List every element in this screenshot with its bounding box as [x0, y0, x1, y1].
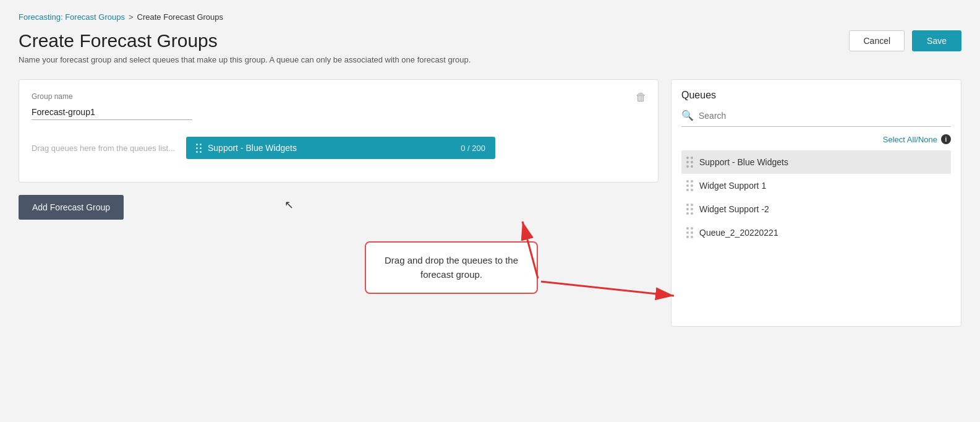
queue-chip[interactable]: Support - Blue Widgets 0 / 200: [186, 137, 495, 159]
queue-item-name: Widget Support -2: [699, 204, 769, 214]
queue-drop-area: Drag queues here from the queues list...…: [32, 132, 646, 163]
main-layout: 🗑 Group name Drag queues here from the q…: [19, 79, 961, 327]
info-icon[interactable]: i: [941, 134, 951, 144]
search-input[interactable]: [699, 111, 951, 121]
queue-list: Support - Blue WidgetsWidget Support 1Wi…: [681, 150, 951, 244]
drag-dots-icon: [686, 227, 693, 238]
queue-list-item[interactable]: Support - Blue Widgets: [681, 150, 951, 174]
queues-title: Queues: [681, 90, 951, 101]
save-button[interactable]: Save: [912, 30, 961, 51]
search-icon: 🔍: [681, 110, 694, 121]
add-forecast-group-button[interactable]: Add Forecast Group: [19, 195, 124, 220]
drag-handle-icon: [196, 144, 202, 153]
breadcrumb-separator: >: [129, 12, 134, 22]
right-panel: Queues 🔍 Select All/None i Support - Blu…: [671, 79, 961, 327]
drop-placeholder: Drag queues here from the queues list...: [32, 144, 175, 153]
drag-dots-icon: [686, 157, 693, 168]
page-subtitle: Name your forecast group and select queu…: [19, 55, 961, 64]
group-name-input[interactable]: [32, 105, 192, 120]
breadcrumb-link[interactable]: Forecasting: Forecast Groups: [19, 12, 125, 22]
queue-chip-label: Support - Blue Widgets: [208, 143, 297, 153]
header-buttons: Cancel Save: [849, 30, 961, 51]
drag-dots-icon: [686, 204, 693, 215]
page-title: Create Forecast Groups: [19, 30, 218, 51]
group-name-label: Group name: [32, 92, 646, 101]
queue-chip-count: 0 / 200: [461, 144, 485, 153]
select-all-row: Select All/None i: [681, 134, 951, 144]
breadcrumb: Forecasting: Forecast Groups > Create Fo…: [19, 12, 961, 22]
queues-section: Queues 🔍 Select All/None i Support - Blu…: [671, 79, 961, 327]
drag-dots-icon: [686, 180, 693, 191]
group-card: 🗑 Group name Drag queues here from the q…: [19, 79, 658, 183]
queue-item-name: Widget Support 1: [699, 181, 766, 191]
cancel-button[interactable]: Cancel: [849, 30, 905, 51]
queue-item-name: Queue_2_20220221: [699, 228, 778, 238]
left-panel: 🗑 Group name Drag queues here from the q…: [19, 79, 658, 327]
queue-list-item[interactable]: Widget Support 1: [681, 174, 951, 197]
search-box: 🔍: [681, 110, 951, 127]
queue-list-item[interactable]: Widget Support -2: [681, 197, 951, 221]
delete-icon[interactable]: 🗑: [636, 91, 647, 104]
queue-item-name: Support - Blue Widgets: [699, 157, 788, 167]
breadcrumb-current: Create Forecast Groups: [137, 12, 223, 22]
select-all-link[interactable]: Select All/None: [883, 135, 937, 144]
queue-list-item[interactable]: Queue_2_20220221: [681, 221, 951, 244]
page-header: Create Forecast Groups Cancel Save: [19, 30, 961, 51]
